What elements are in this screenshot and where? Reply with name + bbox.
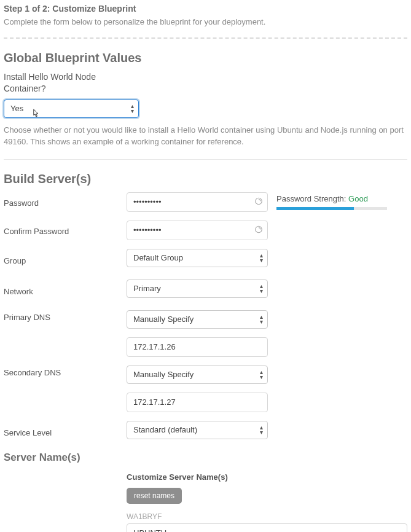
network-row: Network Primary [4,280,407,302]
build-server-heading: Build Server(s) [4,172,407,186]
step-title: Step 1 of 2: Customize Blueprint [4,4,407,14]
group-select[interactable]: Default Group [127,249,268,267]
reset-names-button[interactable]: reset names [127,488,182,504]
network-label: Network [4,284,127,296]
password-strength-bar [276,207,387,210]
secondary-dns-label: Secondary DNS [4,366,127,377]
section-divider-solid [4,159,407,160]
install-container-help: Choose whether or not you would like to … [4,124,407,148]
primary-dns-row: Primary DNS Manually Specify [4,310,407,357]
service-level-select[interactable]: Standard (default) [127,421,268,439]
confirm-password-row: Confirm Password [4,221,407,240]
confirm-password-label: Confirm Password [4,224,127,236]
service-level-label: Service Level [4,426,127,437]
password-strength-word: Good [348,194,368,203]
confirm-password-input[interactable] [127,221,268,240]
primary-dns-input[interactable] [127,337,268,357]
step-description: Complete the form below to personalize t… [4,17,407,26]
password-row: Password Password Strength: Good [4,192,407,212]
global-blueprint-heading: Global Blueprint Values [4,51,407,65]
group-row: Group Default Group [4,249,407,271]
section-divider-dashed [4,37,407,39]
server-names-heading: Server Name(s) [4,452,407,464]
customize-server-names-label: Customize Server Name(s) [127,472,407,482]
password-label: Password [4,196,127,208]
server-name-input[interactable] [127,523,407,532]
service-level-row: Service Level Standard (default) [4,421,407,443]
install-container-select-wrap: Yes [4,100,139,118]
install-container-label: Install Hello World Node Container? [4,71,102,95]
group-label: Group [4,254,127,265]
secondary-dns-row: Secondary DNS Manually Specify [4,366,407,412]
password-strength: Password Strength: Good [268,194,397,210]
network-select[interactable]: Primary [127,280,268,298]
password-strength-label: Password Strength: [276,194,348,203]
password-input[interactable] [127,192,268,212]
secondary-dns-input[interactable] [127,393,268,412]
server-names-block: Customize Server Name(s) reset names WA1… [127,472,407,532]
primary-dns-select[interactable]: Manually Specify [127,310,268,329]
primary-dns-label: Primary DNS [4,310,127,322]
install-container-select[interactable]: Yes [4,100,139,118]
secondary-dns-select[interactable]: Manually Specify [127,366,268,384]
password-strength-bar-fill [276,207,354,210]
server-name-prefix: WA1BRYF [127,512,407,521]
